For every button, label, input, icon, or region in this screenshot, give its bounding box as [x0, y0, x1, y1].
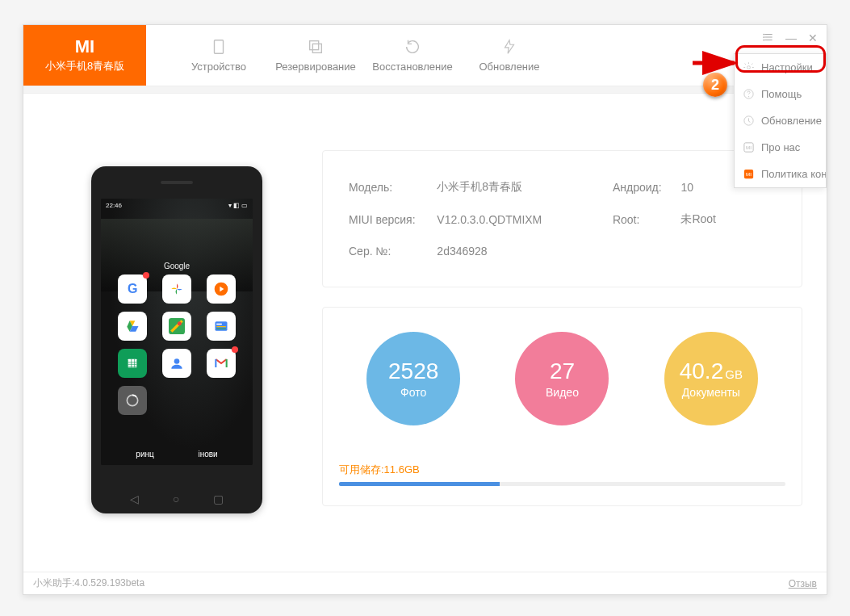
help-icon — [743, 88, 755, 100]
storage-bar-fill — [339, 482, 500, 486]
app-sheets-icon — [118, 349, 147, 378]
mi-orange-icon: MI — [743, 168, 755, 180]
info-column: Модель: 小米手机8青春版 Андроид: 10 MIUI версия… — [306, 150, 802, 530]
phone-screen: 22:46 ▾ ◧ ▭ Google G — [101, 199, 253, 465]
dd-privacy[interactable]: MI Политика кон — [735, 161, 826, 187]
svg-point-16 — [178, 321, 182, 325]
root-label: Root: — [613, 204, 680, 235]
backup-icon — [307, 38, 325, 56]
miui-value: V12.0.3.0.QDTMIXM — [437, 204, 611, 235]
android-label: Андроид: — [613, 172, 680, 203]
photos-circle[interactable]: 2528 Фото — [366, 332, 460, 425]
nav-restore[interactable]: Восстановление — [364, 25, 461, 86]
model-value: 小米手机8青春版 — [437, 172, 611, 203]
annotation-arrow — [691, 51, 743, 75]
phone-recent-icon: ▢ — [213, 492, 224, 505]
svg-text:MI: MI — [746, 145, 752, 150]
update-icon — [500, 38, 518, 56]
svg-text:MI: MI — [746, 171, 752, 177]
app-maps-icon — [162, 312, 191, 341]
device-info-card: Модель: 小米手机8青春版 Андроид: 10 MIUI версия… — [322, 150, 802, 287]
footer-version: 小米助手:4.0.529.193beta — [33, 576, 144, 590]
dd-help[interactable]: Помощь — [735, 81, 826, 107]
nav-device[interactable]: Устройство — [170, 25, 267, 86]
videos-circle[interactable]: 27 Видео — [515, 332, 609, 425]
gear-icon — [743, 61, 755, 73]
app-google-icon: G — [118, 274, 147, 304]
phone-status-bar: 22:46 ▾ ◧ ▭ — [106, 202, 248, 209]
svg-point-6 — [747, 66, 751, 69]
app-drive-icon — [118, 312, 147, 341]
stats-card: 2528 Фото 27 Видео 40.2GB Документы 可用储存… — [322, 307, 802, 506]
close-button[interactable]: ✕ — [806, 30, 820, 47]
svg-rect-1 — [310, 41, 319, 50]
mi-small-icon: MI — [743, 141, 755, 153]
app-gmail-icon — [207, 349, 236, 378]
storage-label: 可用储存:11.6GB — [339, 463, 785, 477]
svg-rect-0 — [215, 40, 224, 54]
footer: 小米助手:4.0.529.193beta Отзыв — [23, 572, 827, 594]
dd-update[interactable]: Обновление — [735, 107, 826, 134]
svg-point-3 — [763, 34, 764, 36]
app-playmusic-icon — [207, 274, 236, 304]
app-contacts-icon — [162, 349, 191, 378]
svg-point-4 — [763, 36, 764, 38]
minimize-button[interactable]: — — [783, 30, 799, 47]
dd-settings[interactable]: Настройки — [735, 54, 826, 81]
phone-folder-label: Google — [101, 262, 253, 270]
phone-back-icon: ◁ — [130, 492, 139, 505]
phone-preview-column: 22:46 ▾ ◧ ▭ Google G — [48, 150, 306, 530]
phone-mockup: 22:46 ▾ ◧ ▭ Google G — [91, 166, 262, 513]
phone-nav-buttons: ◁ ○ ▢ — [91, 492, 262, 505]
nav-update[interactable]: Обновление — [461, 25, 558, 86]
svg-rect-2 — [312, 44, 321, 52]
app-authenticator-icon — [118, 386, 147, 415]
menu-button[interactable] — [760, 30, 777, 47]
mi-logo-icon: MI — [75, 38, 94, 56]
nav-backup[interactable]: Резервирование — [267, 25, 364, 86]
app-news-icon — [207, 312, 236, 341]
root-value: 未Root — [680, 204, 776, 235]
svg-point-8 — [748, 96, 749, 97]
svg-rect-19 — [216, 326, 226, 327]
restore-icon — [404, 38, 421, 56]
stat-circles: 2528 Фото 27 Видео 40.2GB Документы — [339, 332, 785, 425]
logo-device-box[interactable]: MI 小米手机8青春版 — [23, 25, 146, 86]
svg-rect-20 — [216, 329, 226, 329]
footer-feedback-link[interactable]: Отзыв — [789, 578, 817, 589]
storage-bar — [339, 482, 785, 486]
mi-assistant-window: MI 小米手机8青春版 Устройство Резервирование Во… — [23, 24, 827, 595]
svg-point-5 — [763, 40, 764, 41]
docs-circle[interactable]: 40.2GB Документы — [664, 332, 758, 425]
svg-rect-18 — [216, 324, 222, 325]
phone-app-grid: G — [114, 274, 240, 415]
phone-dock: ринц інови — [114, 450, 240, 459]
annotation-step-badge: 2 — [703, 73, 729, 98]
miui-label: MIUI версия: — [349, 204, 435, 235]
header-device-name: 小米手机8青春版 — [45, 59, 124, 73]
dd-about[interactable]: MI Про нас — [735, 134, 826, 161]
device-icon — [210, 38, 228, 56]
app-photos-icon — [162, 274, 191, 304]
svg-point-22 — [174, 358, 180, 364]
update-small-icon — [743, 115, 755, 127]
phone-home-icon: ○ — [173, 492, 179, 505]
main-content: 22:46 ▾ ◧ ▭ Google G — [23, 94, 827, 546]
window-controls: — ✕ — [760, 30, 820, 47]
serial-label: Сер. №: — [349, 237, 435, 266]
serial-value: 2d346928 — [437, 237, 611, 266]
settings-dropdown: Настройки Помощь Обновление MI Про нас M… — [734, 53, 827, 188]
model-label: Модель: — [349, 172, 435, 203]
